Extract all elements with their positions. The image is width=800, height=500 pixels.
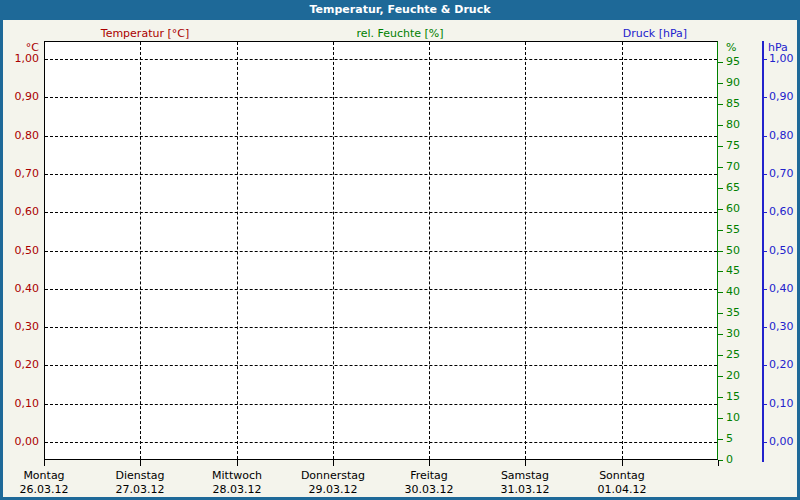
percent-axis-tick xyxy=(718,271,723,272)
plot-area[interactable] xyxy=(44,41,718,460)
x-axis-tick xyxy=(525,460,526,466)
gridline-horizontal xyxy=(45,97,717,98)
gridline-horizontal xyxy=(45,404,717,405)
gridline-vertical xyxy=(333,42,334,459)
window-title: Temperatur, Feuchte & Druck xyxy=(310,3,491,16)
percent-axis-tick xyxy=(718,125,723,126)
percent-axis-tick-label: 70 xyxy=(726,160,740,173)
left-axis-tick-label: 0,40 xyxy=(2,282,39,295)
percent-axis-tick xyxy=(718,251,723,252)
percent-axis-tick-label: 60 xyxy=(726,202,740,215)
gridline-vertical xyxy=(525,42,526,459)
percent-axis-tick-label: 0 xyxy=(726,453,733,466)
percent-axis-tick xyxy=(718,104,723,105)
left-axis-tick-label: 0,80 xyxy=(2,129,39,142)
percent-axis-tick-label: 20 xyxy=(726,369,740,382)
percent-axis-tick-label: 85 xyxy=(726,97,740,110)
percent-axis-tick xyxy=(718,355,723,356)
gridline-horizontal xyxy=(45,365,717,366)
percent-axis-tick-label: 10 xyxy=(726,411,740,424)
hpa-axis-line xyxy=(762,41,764,462)
percent-axis-tick xyxy=(718,313,723,314)
x-axis-day-label: Dienstag xyxy=(92,469,188,482)
legend-temperature: Temperatur [°C] xyxy=(80,27,210,40)
x-axis-day-label: Freitag xyxy=(381,469,477,482)
x-axis-date-label: 29.03.12 xyxy=(285,483,381,496)
x-axis-tick xyxy=(718,460,719,466)
percent-axis-tick-label: 15 xyxy=(726,390,740,403)
hpa-axis-unit: hPa xyxy=(768,41,788,54)
x-axis-tick xyxy=(44,460,45,466)
percent-axis-tick-label: 25 xyxy=(726,348,740,361)
hpa-axis-tick-label: 0,90 xyxy=(769,90,794,103)
left-axis-tick-label: 0,00 xyxy=(2,435,39,448)
x-axis-date-label: 01.04.12 xyxy=(574,483,670,496)
x-axis-tick xyxy=(622,460,623,466)
x-axis-tick xyxy=(333,460,334,466)
x-axis-day-label: Montag xyxy=(0,469,92,482)
percent-axis-unit: % xyxy=(726,41,736,54)
percent-axis-tick-label: 35 xyxy=(726,306,740,319)
percent-axis-tick xyxy=(718,230,723,231)
percent-axis-tick xyxy=(718,334,723,335)
gridline-horizontal xyxy=(45,212,717,213)
app-window: Temperatur, Feuchte & Druck Temperatur [… xyxy=(0,0,800,500)
percent-axis-tick-label: 75 xyxy=(726,139,740,152)
gridline-horizontal xyxy=(45,59,717,60)
x-axis-day-label: Sonntag xyxy=(574,469,670,482)
x-axis-day-label: Donnerstag xyxy=(285,469,381,482)
left-axis-unit: °C xyxy=(2,41,39,54)
percent-axis-tick-label: 90 xyxy=(726,76,740,89)
x-axis-tick xyxy=(140,460,141,466)
hpa-axis-tick-label: 0,00 xyxy=(769,435,794,448)
x-axis-date-label: 26.03.12 xyxy=(0,483,92,496)
x-axis-tick xyxy=(237,460,238,466)
gridline-horizontal xyxy=(45,174,717,175)
percent-axis-tick xyxy=(718,83,723,84)
percent-axis-tick-label: 30 xyxy=(726,327,740,340)
x-axis-day-label: Samstag xyxy=(477,469,573,482)
percent-axis-tick xyxy=(718,397,723,398)
gridline-vertical xyxy=(429,42,430,459)
percent-axis-tick-label: 50 xyxy=(726,244,740,257)
left-axis-tick-label: 0,50 xyxy=(2,244,39,257)
percent-axis-tick xyxy=(718,439,723,440)
percent-axis-tick xyxy=(718,376,723,377)
hpa-axis-tick-label: 0,50 xyxy=(769,244,794,257)
gridline-horizontal xyxy=(45,327,717,328)
gridline-horizontal xyxy=(45,289,717,290)
percent-axis-tick xyxy=(718,62,723,63)
percent-axis-tick xyxy=(718,167,723,168)
left-axis-tick-label: 0,60 xyxy=(2,205,39,218)
hpa-axis-tick-label: 0,80 xyxy=(769,129,794,142)
x-axis-date-label: 27.03.12 xyxy=(92,483,188,496)
percent-axis-tick-label: 55 xyxy=(726,223,740,236)
gridline-horizontal xyxy=(45,442,717,443)
percent-axis-tick xyxy=(718,460,723,461)
x-axis-date-label: 31.03.12 xyxy=(477,483,573,496)
left-axis-tick-label: 0,20 xyxy=(2,358,39,371)
gridline-vertical xyxy=(140,42,141,459)
percent-axis-tick xyxy=(718,209,723,210)
hpa-axis-tick-label: 0,40 xyxy=(769,282,794,295)
x-axis-day-label: Mittwoch xyxy=(189,469,285,482)
left-axis-tick-label: 0,90 xyxy=(2,90,39,103)
x-axis-date-label: 30.03.12 xyxy=(381,483,477,496)
percent-axis-tick-label: 45 xyxy=(726,264,740,277)
left-axis-tick-label: 0,70 xyxy=(2,167,39,180)
left-axis-tick-label: 0,10 xyxy=(2,397,39,410)
hpa-axis-tick-label: 0,30 xyxy=(769,320,794,333)
hpa-axis-tick-label: 0,10 xyxy=(769,397,794,410)
percent-axis-tick xyxy=(718,292,723,293)
x-axis-date-label: 28.03.12 xyxy=(189,483,285,496)
window-titlebar[interactable]: Temperatur, Feuchte & Druck xyxy=(0,0,800,20)
hpa-axis-tick-label: 0,70 xyxy=(769,167,794,180)
legend-humidity: rel. Feuchte [%] xyxy=(335,27,465,40)
percent-axis-tick xyxy=(718,146,723,147)
legend-pressure: Druck [hPa] xyxy=(590,27,720,40)
percent-axis-tick xyxy=(718,418,723,419)
gridline-vertical xyxy=(622,42,623,459)
percent-axis-tick-label: 5 xyxy=(726,432,733,445)
percent-axis-tick xyxy=(718,188,723,189)
percent-axis-tick-label: 65 xyxy=(726,181,740,194)
